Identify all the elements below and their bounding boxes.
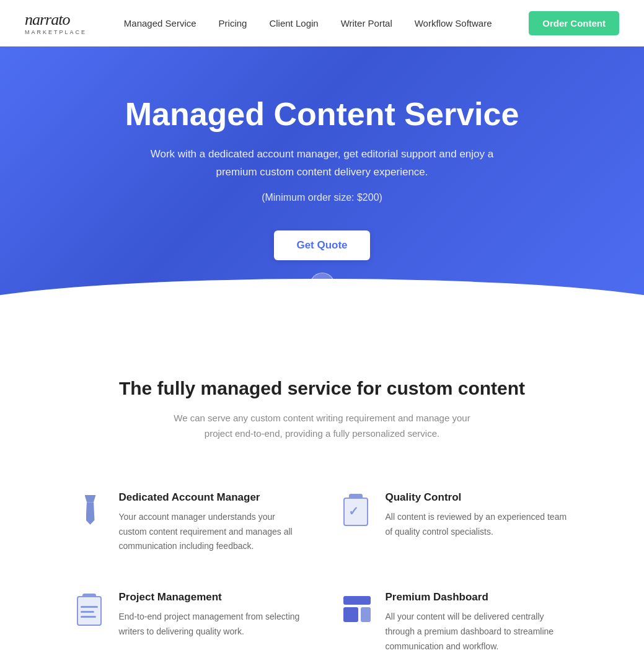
dashboard-left-panel	[343, 607, 358, 622]
project-icon	[74, 591, 107, 628]
features-heading: The fully managed service for custom con…	[25, 378, 619, 399]
project-management-title: Project Management	[119, 591, 304, 603]
writer-portal-link[interactable]: Writer Portal	[341, 18, 392, 29]
dashboard-top-bar	[343, 596, 371, 605]
hero-min-order: (Minimum order size: $200)	[149, 189, 496, 206]
premium-dashboard-content: Premium Dashboard All your content will …	[386, 591, 570, 654]
nav-links: Managed Service Pricing Client Login Wri…	[124, 18, 492, 29]
client-login-link[interactable]: Client Login	[269, 18, 318, 29]
logo[interactable]: narrato MARKETPLACE	[25, 12, 87, 35]
quality-control-title: Quality Control	[386, 491, 570, 504]
proj-line-3	[81, 616, 96, 618]
tie-knot	[85, 495, 96, 502]
features-section: The fully managed service for custom con…	[0, 335, 644, 658]
quality-control-content: Quality Control All content is reviewed …	[386, 491, 570, 540]
proj-line-1	[81, 606, 98, 608]
premium-dashboard-desc: All your content will be delivered centr…	[386, 610, 570, 654]
hero-get-quote-button[interactable]: Get Quote	[274, 230, 369, 260]
tie-icon	[74, 491, 107, 529]
dashboard-icon	[341, 591, 373, 628]
feature-project-management: Project Management End-to-end project ma…	[56, 579, 322, 658]
pricing-link[interactable]: Pricing	[219, 18, 247, 29]
workflow-software-link[interactable]: Workflow Software	[415, 18, 492, 29]
hero-description: Work with a dedicated account manager, g…	[149, 146, 496, 182]
features-subtitle: We can serve any custom content writing …	[167, 410, 477, 442]
tie-body	[86, 502, 95, 525]
feature-premium-dashboard: Premium Dashboard All your content will …	[322, 579, 589, 658]
feature-account-manager: Dedicated Account Manager Your account m…	[56, 479, 322, 579]
clipboard-check-icon: ✓	[341, 491, 373, 529]
navbar: narrato MARKETPLACE Managed Service Pric…	[0, 0, 644, 46]
logo-sub: MARKETPLACE	[25, 29, 87, 35]
quality-control-desc: All content is reviewed by an experience…	[386, 510, 570, 540]
project-management-desc: End-to-end project management from selec…	[119, 610, 304, 639]
dashboard-bottom-row	[343, 607, 371, 622]
project-management-content: Project Management End-to-end project ma…	[119, 591, 304, 639]
order-content-button[interactable]: Order Content	[529, 11, 619, 35]
account-manager-desc: Your account manager understands your cu…	[119, 510, 304, 554]
proj-line-2	[81, 611, 94, 613]
feature-quality-control: ✓ Quality Control All content is reviewe…	[322, 479, 589, 579]
check-mark-icon: ✓	[348, 504, 359, 519]
managed-service-link[interactable]: Managed Service	[124, 18, 196, 29]
logo-text: narrato	[25, 11, 69, 29]
premium-dashboard-title: Premium Dashboard	[386, 591, 570, 603]
account-manager-title: Dedicated Account Manager	[119, 491, 304, 504]
features-grid: Dedicated Account Manager Your account m…	[56, 479, 589, 658]
scroll-down-button[interactable]	[310, 273, 335, 297]
project-lines	[81, 606, 98, 621]
hero-title: Managed Content Service	[25, 96, 619, 133]
dashboard-right-panel	[361, 607, 371, 622]
account-manager-content: Dedicated Account Manager Your account m…	[119, 491, 304, 554]
hero-section: Managed Content Service Work with a dedi…	[0, 46, 644, 335]
